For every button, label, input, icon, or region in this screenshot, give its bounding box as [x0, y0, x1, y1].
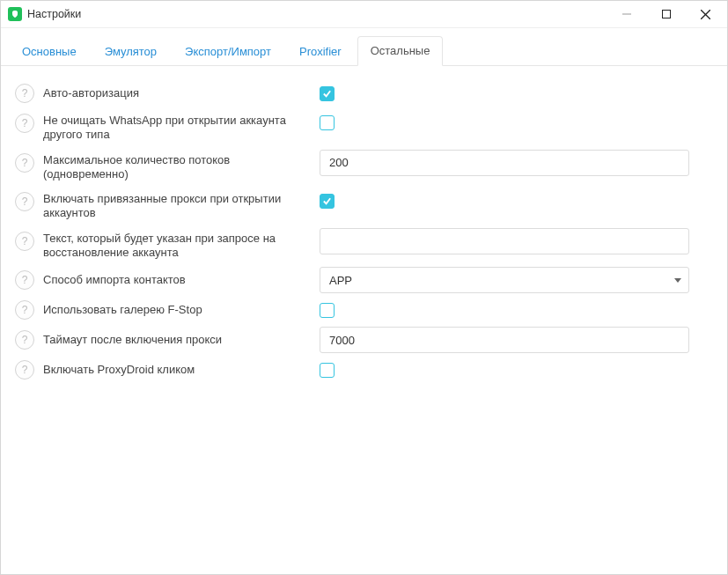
window-title: Настройки [27, 8, 81, 20]
label-auto-auth: Авто-авторизация [43, 83, 311, 104]
label-keep-whatsapp: Не очищать WhatsApp при открытии аккаунт… [43, 110, 311, 146]
tab-main[interactable]: Основные [10, 38, 89, 66]
close-button[interactable] [686, 2, 725, 26]
row-import-method: ? Способ импорта контактов APP [15, 267, 710, 293]
help-enable-proxy[interactable]: ? [15, 192, 34, 211]
label-proxydroid-click: Включать ProxyDroid кликом [43, 359, 311, 380]
tab-other[interactable]: Остальные [357, 36, 444, 66]
chevron-down-icon [674, 278, 681, 283]
row-keep-whatsapp: ? Не очищать WhatsApp при открытии аккау… [15, 110, 710, 146]
help-icon: ? [15, 192, 34, 211]
help-import-method[interactable]: ? [15, 270, 34, 290]
help-icon: ? [15, 360, 34, 380]
select-import-method-value: APP [329, 274, 352, 287]
checkbox-enable-proxy[interactable] [320, 194, 335, 209]
help-use-fstop[interactable]: ? [15, 300, 34, 320]
help-icon: ? [15, 330, 34, 350]
checkbox-auto-auth[interactable] [320, 86, 335, 101]
help-proxy-timeout[interactable]: ? [15, 330, 34, 350]
input-recovery-text[interactable] [320, 228, 689, 254]
maximize-button[interactable] [646, 2, 686, 26]
help-max-threads[interactable]: ? [15, 153, 34, 173]
help-icon: ? [15, 300, 34, 320]
checkbox-use-fstop[interactable] [320, 303, 335, 318]
row-proxydroid-click: ? Включать ProxyDroid кликом [15, 357, 710, 383]
tab-export-import[interactable]: Экспорт/Импорт [173, 38, 283, 66]
help-recovery-text[interactable]: ? [15, 232, 34, 251]
label-use-fstop: Использовать галерею F-Stop [43, 299, 311, 321]
row-max-threads: ? Максимальное количество потоков (однов… [15, 150, 710, 186]
help-auto-auth[interactable]: ? [15, 84, 34, 103]
row-enable-proxy: ? Включать привязанные прокси при открыт… [15, 188, 710, 225]
select-import-method[interactable]: APP [320, 267, 689, 293]
app-icon [8, 7, 22, 21]
help-icon: ? [15, 153, 34, 173]
tab-emulator[interactable]: Эмулятор [92, 38, 169, 66]
checkbox-keep-whatsapp[interactable] [320, 115, 335, 130]
tab-bar: Основные Эмулятор Экспорт/Импорт Proxifi… [1, 28, 727, 66]
checkbox-proxydroid-click[interactable] [320, 363, 335, 378]
help-icon: ? [15, 114, 34, 133]
input-proxy-timeout[interactable] [320, 327, 689, 353]
row-auto-auth: ? Авто-авторизация [15, 80, 710, 107]
label-recovery-text: Текст, который будет указан при запросе … [43, 228, 311, 264]
content-area: ? Авто-авторизация ? Не очищать WhatsApp… [1, 66, 727, 574]
label-proxy-timeout: Таймаут после включения прокси [43, 329, 311, 350]
tab-proxifier[interactable]: Proxifier [287, 38, 354, 66]
help-icon: ? [15, 84, 34, 103]
row-use-fstop: ? Использовать галерею F-Stop [15, 297, 710, 323]
svg-rect-1 [662, 11, 670, 18]
titlebar: Настройки [1, 1, 727, 28]
row-proxy-timeout: ? Таймаут после включения прокси [15, 327, 710, 353]
label-enable-proxy: Включать привязанные прокси при открытии… [43, 188, 311, 225]
help-icon: ? [15, 270, 34, 290]
help-icon: ? [15, 232, 34, 251]
settings-window: Настройки Основные Эмулятор Экспорт/Импо… [0, 0, 728, 575]
label-import-method: Способ импорта контактов [43, 269, 311, 291]
label-max-threads: Максимальное количество потоков (одновре… [43, 150, 311, 186]
help-keep-whatsapp[interactable]: ? [15, 114, 34, 133]
help-proxydroid-click[interactable]: ? [15, 360, 34, 380]
minimize-button[interactable] [607, 2, 646, 26]
row-recovery-text: ? Текст, который будет указан при запрос… [15, 228, 710, 264]
input-max-threads[interactable] [320, 150, 689, 176]
